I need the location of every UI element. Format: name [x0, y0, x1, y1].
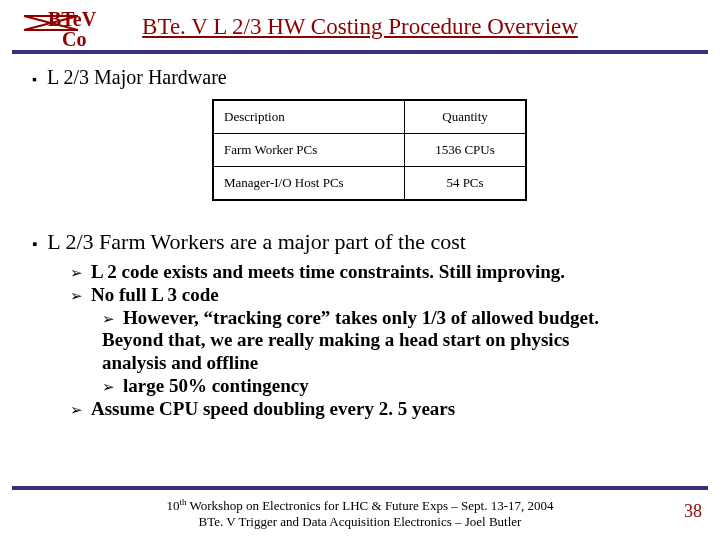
- sub-sub-bullet: However, “tracking core” takes only 1/3 …: [102, 307, 692, 330]
- table-row: Description Quantity: [213, 100, 526, 134]
- table-cell-desc: Manager-I/O Host PCs: [213, 167, 405, 201]
- table-cell-qty: 1536 CPUs: [405, 134, 527, 167]
- table-cell-desc: Farm Worker PCs: [213, 134, 405, 167]
- logo-bottom-text: Co: [62, 28, 86, 50]
- logo-svg: BTeV Co: [18, 8, 106, 52]
- footer-line1-rest: Workshop on Electronics for LHC & Future…: [187, 499, 554, 514]
- hardware-table: Description Quantity Farm Worker PCs 153…: [212, 99, 527, 201]
- slide-title: BTe. V L 2/3 HW Costing Procedure Overvi…: [0, 0, 720, 40]
- sub-sub-bullet-cont: Beyond that, we are really making a head…: [102, 329, 692, 352]
- footer-rule: [12, 486, 708, 490]
- slide-body: L 2/3 Major Hardware Description Quantit…: [32, 60, 692, 421]
- slide: BTeV Co BTe. V L 2/3 HW Costing Procedur…: [0, 0, 720, 540]
- sub-bullet: No full L 3 code: [70, 284, 692, 307]
- footer: 10th Workshop on Electronics for LHC & F…: [0, 497, 720, 530]
- table-header-desc: Description: [213, 100, 405, 134]
- sub-sub-bullet: large 50% contingency: [102, 375, 692, 398]
- table-row: Manager-I/O Host PCs 54 PCs: [213, 167, 526, 201]
- sub-bullet: L 2 code exists and meets time constrain…: [70, 261, 692, 284]
- table-row: Farm Worker PCs 1536 CPUs: [213, 134, 526, 167]
- sub-bullet: Assume CPU speed doubling every 2. 5 yea…: [70, 398, 692, 421]
- sub-sub-bullet-cont: analysis and offline: [102, 352, 692, 375]
- footer-line1-sup: th: [179, 497, 186, 507]
- header-rule: [12, 50, 708, 54]
- bullet-major-hardware: L 2/3 Major Hardware: [32, 66, 692, 89]
- footer-line1-pre: 10: [166, 499, 179, 514]
- logo-top-text: BTeV: [48, 8, 97, 30]
- table-cell-qty: 54 PCs: [405, 167, 527, 201]
- footer-line2: BTe. V Trigger and Data Acquisition Elec…: [199, 514, 522, 529]
- logo: BTeV Co: [18, 8, 106, 48]
- page-number: 38: [684, 501, 702, 522]
- hardware-table-wrap: Description Quantity Farm Worker PCs 153…: [212, 99, 692, 201]
- table-header-qty: Quantity: [405, 100, 527, 134]
- bullet-farm-workers: L 2/3 Farm Workers are a major part of t…: [32, 229, 692, 255]
